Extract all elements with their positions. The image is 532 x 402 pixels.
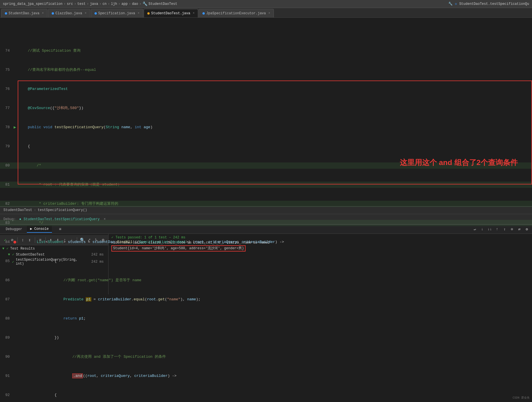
tab-label-4: StudentDaoTest.java: [151, 11, 190, 15]
code-line-90: 90 //再次使用 and 添加了一个 Specification 的条件: [0, 354, 532, 360]
path-app: app: [121, 2, 128, 6]
path-ljh: ljh: [111, 2, 117, 6]
title-method-label: StudentDaoTest.testSpecificationQu: [459, 2, 529, 6]
code-line-84: 84 List<Student> students = studentDao.f…: [0, 239, 532, 245]
code-line-82: 82 * criteriaBuilder: 专门用于构建运算符的: [0, 201, 532, 207]
code-line-74: 74 //测试 Specification 查询: [0, 48, 532, 54]
tab-student-dao[interactable]: StudentDao.java ×: [1, 9, 47, 17]
tab-close-1[interactable]: ×: [42, 12, 44, 15]
tab-icon-3: [95, 12, 97, 15]
path-test: test: [77, 2, 86, 6]
watermark: CSDN 爱金鱼: [513, 396, 530, 400]
red-border-box: [18, 81, 532, 184]
path-src: src: [67, 2, 73, 6]
path-java: java: [90, 2, 98, 6]
code-line-83: 83 */: [0, 220, 532, 226]
breadcrumb-path: spring_data_jpa_specification › src › te…: [3, 1, 177, 6]
tab-label-1: StudentDao.java: [9, 11, 39, 15]
tab-icon-4: [147, 12, 150, 15]
tab-close-3[interactable]: ×: [138, 12, 139, 15]
path-file: StudentDaoTest: [148, 2, 177, 6]
tabs-bar: StudentDao.java × ClazzDao.java × Specif…: [0, 8, 532, 18]
tab-label-3: Specification.java: [98, 11, 135, 15]
tab-specification[interactable]: Specification.java ×: [91, 9, 143, 17]
code-line-75: 75 //查询名字和年龄都符合的条件--equal: [0, 67, 532, 73]
tab-icon-2: [52, 12, 54, 15]
code-line-80: 80 /*: [0, 162, 532, 169]
path-dao: dao: [132, 2, 138, 6]
code-line-86: 86 //判断 root.get("name") 是否等于 name: [0, 277, 532, 284]
tab-student-dao-test[interactable]: StudentDaoTest.java ×: [144, 9, 198, 17]
tab-jpa-executor[interactable]: JpaSpecificationExecutor.java ×: [199, 9, 274, 17]
tab-icon-5: [202, 12, 205, 15]
code-line-81: 81 * root : 代表要查询的实体（就是 student）: [0, 182, 532, 188]
code-line-85: 85 {: [0, 258, 532, 264]
code-line-76: 76 @ParameterizedTest: [0, 86, 532, 92]
title-bar-right: 🔧 ◇ StudentDaoTest.testSpecificationQu: [448, 2, 529, 6]
tab-icon-1: [5, 12, 7, 15]
code-line-89: 89 }): [0, 335, 532, 341]
code-line-88: 88 return p1;: [0, 315, 532, 322]
tab-clazz-dao[interactable]: ClazzDao.java ×: [48, 9, 90, 17]
tab-close-5[interactable]: ×: [268, 12, 270, 15]
code-line-79: 79 {: [0, 143, 532, 150]
tab-label-5: JpaSpecificationExecutor.java: [206, 11, 266, 15]
code-line-91: 91 .and((root, criteriaQuery, criteriaBu…: [0, 373, 532, 379]
code-line-92: 92 {: [0, 392, 532, 398]
editor-area: 这里用这个 and 组合了2个查询条件 74 //测试 Specificatio…: [0, 18, 532, 206]
code-line-78: 78 ▶ public void testSpecificationQuery(…: [0, 124, 532, 130]
code-line-87: 87 Predicate p1 = criteriaBuilder.equal(…: [0, 296, 532, 303]
tab-close-4[interactable]: ×: [193, 12, 194, 15]
tab-close-2[interactable]: ×: [85, 12, 87, 15]
path-cn: cn: [103, 2, 107, 6]
title-bar: spring_data_jpa_specification › src › te…: [0, 0, 532, 8]
code-line-77: 77 @CsvSource({"沙和尚,580"}): [0, 105, 532, 111]
path-project: spring_data_jpa_specification: [3, 2, 63, 6]
tab-label-2: ClazzDao.java: [55, 11, 82, 15]
